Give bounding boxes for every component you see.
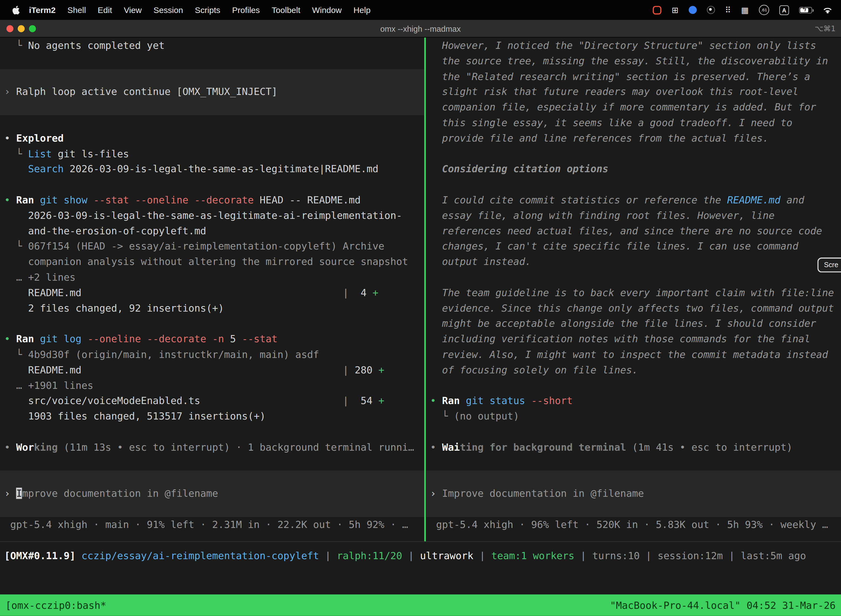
menu-item-scripts[interactable]: Scripts [189,5,226,15]
wifi-icon[interactable] [822,6,832,13]
terminal-pane-right[interactable]: However, I noticed the "Directory Struct… [426,38,841,541]
text-segment: 2026-03-09-is-legal-the-same-as-legitima… [64,163,378,175]
text-segment: turns:10 [592,550,640,561]
prompt-input[interactable]: › Improve documentation in @filename [0,471,424,517]
terminal-line: README.md | 4 + [0,285,424,301]
text-segment: › [4,488,16,499]
terminal-line: companion analysis without altering the … [0,254,424,270]
text-segment: ralph:11/20 [337,550,402,561]
terminal-line: essay file, along with finding root file… [426,208,841,224]
terminal-line: src/voice/voiceModeEnabled.ts | 54 + [0,393,424,409]
text-segment: └ [4,241,28,252]
zoom-button[interactable] [29,25,36,32]
terminal-line: … +1901 lines [0,378,424,393]
terminal-line: and-the-erosion-of-copyleft.md [0,224,424,239]
text-segment: › [430,488,442,499]
text-segment: Improve documentation in @filename [442,488,644,499]
terminal-line: › Ralph loop active continue [OMX_TMUX_I… [0,84,424,100]
text-segment: evidence. Since this change only affects… [430,302,834,314]
shottr-icon[interactable] [707,6,715,14]
text-segment [81,333,88,345]
terminal-line: the "Related research writing" section i… [426,69,841,84]
screenshot-toast: Scre [818,258,841,273]
text-segment: --stat [242,333,278,345]
session-status: gpt-5.4 xhigh · 96% left · 520K in · 5.8… [426,517,841,532]
text-segment: and-the-erosion-of-copyleft.md [4,225,207,236]
menu-item-window[interactable]: Window [306,5,348,15]
window-manager-icon[interactable]: ⊞ [672,6,678,14]
text-segment: List [28,148,52,159]
text-segment: └ [4,148,28,159]
text-segment: --stat --oneline --decorate [93,194,253,205]
text-segment: • [430,441,442,453]
text-segment: session:12m [658,550,723,561]
terminal-line [426,270,841,285]
text-segment: └ [430,411,454,422]
terminal-line: … +2 lines [0,270,424,285]
text-segment: └ [4,40,28,51]
text-segment: No agents completed yet [28,40,165,51]
text-segment: gpt-5.4 xhigh · main · 91% left · 2.31M … [4,519,408,530]
text-segment: (1m 41s • esc to interrupt) [626,441,793,453]
text-segment [525,395,531,406]
text-segment: + [378,395,385,406]
terminal-line: output instead. [426,254,841,270]
terminal-line [426,455,841,471]
text-segment: 067f154 (HEAD -> essay/ai-reimplementati… [28,241,384,252]
battery-icon[interactable]: ϟ [799,7,812,13]
app-grid-icon[interactable]: ⠿ [725,6,731,14]
menu-item-profiles[interactable]: Profiles [226,5,266,15]
terminal-line: changes, I can't cite specific file line… [426,239,841,254]
text-segment: | [319,550,337,561]
terminal-line: Search 2026-03-09-is-legal-the-same-as-l… [0,162,424,177]
terminal-line: • Working (11m 13s • esc to interrupt) ·… [0,440,424,455]
menu-item-view[interactable]: View [118,5,148,15]
battery-gauge-icon[interactable]: .61 [759,5,769,15]
text-segment: ting for background terminal [460,441,626,453]
text-segment: references need actual files, and since … [430,225,822,236]
terminal-line: • Ran git log --oneline --decorate -n 5 … [0,332,424,347]
terminal-line: └ (no output) [426,409,841,424]
raycast-icon[interactable] [689,6,697,14]
text-segment: README.md [4,364,82,375]
text-segment: Ran [16,194,34,205]
terminal-panes: └ No agents completed yet› Ralph loop ac… [0,38,841,541]
text-segment: | [473,550,491,561]
terminal-line [426,177,841,193]
close-button[interactable] [6,25,13,32]
text-segment: git show [40,194,88,205]
terminal-line: the source tree, missing the essay. Stil… [426,54,841,69]
text-segment: --short [531,395,573,406]
text-segment: the source tree, missing the essay. Stil… [430,55,828,66]
minimize-button[interactable] [18,25,25,32]
session-status: gpt-5.4 xhigh · main · 91% left · 2.31M … [0,517,424,532]
text-segment: companion file, especially if more comme… [430,101,816,113]
menu-item-iterm2[interactable]: iTerm2 [23,5,62,15]
text-segment: README.md [4,287,82,298]
window-title-bar: omx --xhigh --madmax ⌥⌘1 [0,20,841,38]
text-segment: • [4,194,16,205]
terminal-line [0,424,424,440]
terminal-line: └ 4b9d30f (origin/main, instructkr/main,… [0,347,424,363]
text-segment: (no output) [454,411,519,422]
text-segment [34,333,40,345]
text-segment: 280 [349,364,378,375]
terminal-line [426,146,841,162]
prompt-input[interactable]: › Improve documentation in @filename [426,471,841,517]
menu-item-help[interactable]: Help [348,5,377,15]
input-source-icon[interactable]: A [779,5,789,15]
terminal-pane-left[interactable]: └ No agents completed yet› Ralph loop ac… [0,38,424,541]
text-segment: provide file and line references from th… [430,132,769,144]
menu-item-session[interactable]: Session [148,5,189,15]
text-segment: Ran [442,395,460,406]
text-segment: git ls-files [52,148,129,159]
text-segment: • [4,441,16,453]
keyboard-icon[interactable]: ▦ [741,6,749,14]
menu-item-shell[interactable]: Shell [62,5,92,15]
terminal-line: I could cite commit statistics or refere… [426,193,841,208]
menu-item-edit[interactable]: Edit [92,5,118,15]
menu-item-toolbelt[interactable]: Toolbelt [266,5,306,15]
apple-menu-icon[interactable] [12,5,20,15]
screen-recording-indicator[interactable] [653,6,661,14]
text-segment: The team guideline is to back every impo… [430,287,834,298]
